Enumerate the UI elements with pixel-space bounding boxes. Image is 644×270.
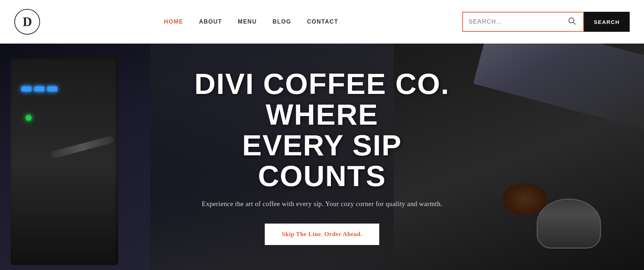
nav-item-home[interactable]: HOME [164, 19, 183, 25]
machine-left-panel [0, 44, 150, 270]
hero-title: DIVI COFFEE CO. WHERE EVERY SIP COUNTS [175, 69, 469, 191]
blue-lights [21, 86, 57, 91]
hero-title-line1: DIVI COFFEE CO. WHERE [194, 68, 449, 131]
green-light [26, 115, 31, 121]
logo-circle: D [14, 9, 40, 35]
site-header: D HOME ABOUT MENU BLOG CONTACT [0, 0, 644, 44]
nav-item-contact[interactable]: CONTACT [307, 19, 338, 25]
hero-section: DIVI COFFEE CO. WHERE EVERY SIP COUNTS E… [0, 44, 644, 270]
search-box [462, 12, 584, 32]
main-nav: HOME ABOUT MENU BLOG CONTACT [164, 19, 338, 25]
hero-cta-button[interactable]: Skip The Line. Order Ahead. [265, 224, 379, 245]
svg-line-2 [573, 22, 575, 24]
logo[interactable]: D [14, 9, 40, 35]
search-icon-button[interactable] [567, 16, 577, 28]
nav-item-about[interactable]: ABOUT [199, 19, 222, 25]
nav-item-blog[interactable]: BLOG [273, 19, 291, 25]
portafilter [537, 199, 601, 249]
nav-item-menu[interactable]: MENU [238, 19, 257, 25]
search-area: SEARCH [462, 12, 630, 32]
blue-light-3 [47, 86, 57, 91]
logo-letter: D [23, 14, 32, 29]
hero-subtitle: Experience the art of coffee with every … [175, 200, 469, 208]
search-button[interactable]: SEARCH [584, 12, 630, 32]
hero-content: DIVI COFFEE CO. WHERE EVERY SIP COUNTS E… [161, 69, 483, 245]
search-input[interactable] [469, 18, 567, 25]
blue-light-1 [21, 86, 31, 91]
coffee-grounds [503, 183, 547, 215]
search-icon [568, 17, 576, 25]
blade-element [473, 44, 644, 130]
blue-light-2 [34, 86, 44, 91]
hero-title-line2: EVERY SIP COUNTS [242, 129, 402, 192]
